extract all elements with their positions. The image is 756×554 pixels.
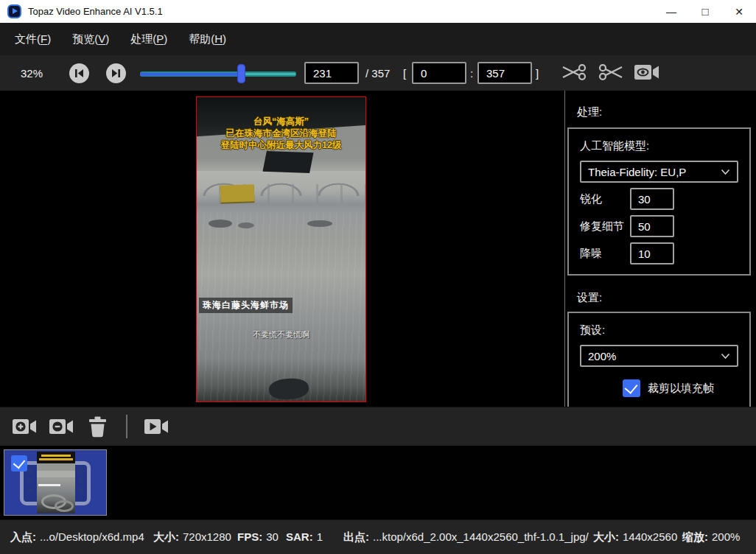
- current-frame-input[interactable]: [304, 62, 359, 84]
- statusbar: 入点:...o/Desktop/x6d.mp4 大小:720x1280 FPS:…: [0, 519, 756, 554]
- chevron-down-icon: [721, 169, 730, 175]
- menubar: 文件(F) 预览(V) 处理(P) 帮助(H): [0, 23, 756, 55]
- denoise-label: 降噪: [580, 247, 630, 261]
- preview-location-caption: 珠海白藤头海鲜市场: [199, 298, 293, 313]
- camera-minus-icon: [49, 416, 74, 437]
- bracket-open-label: [: [403, 67, 406, 80]
- main-area: 台风“海高斯” 已在珠海市金湾区沿海登陆 登陆时中心附近最大风力12级 珠海白藤…: [0, 91, 756, 407]
- titlebar: Topaz Video Enhance AI V1.5.1 — □ ✕: [0, 0, 756, 23]
- preview-car: [238, 222, 254, 228]
- video-preview: 台风“海高斯” 已在珠海市金湾区沿海登陆 登陆时中心附近最大风力12级 珠海白藤…: [196, 97, 366, 402]
- menu-process[interactable]: 处理(P): [126, 29, 172, 49]
- sharpen-row: 锐化: [580, 188, 738, 210]
- chevron-down-icon: [721, 353, 730, 360]
- remove-video-button[interactable]: [49, 416, 74, 437]
- toolbar-divider: [126, 415, 127, 438]
- trim-start-input[interactable]: [412, 62, 466, 84]
- menu-help[interactable]: 帮助(H): [184, 29, 231, 49]
- window-title: Topaz Video Enhance AI V1.5.1: [28, 6, 163, 17]
- trim-end-input[interactable]: [477, 62, 532, 84]
- crop-to-fill-label: 裁剪以填充帧: [648, 382, 714, 396]
- app-logo-icon: [7, 4, 21, 18]
- skip-end-icon: [111, 69, 121, 78]
- menu-file[interactable]: 文件(F): [10, 29, 55, 49]
- colon-label: :: [470, 67, 473, 80]
- status-output-path: 出点:...ktop/x6d_2.00x_1440x2560_thf-1.0.1…: [343, 530, 589, 544]
- caption-line: 已在珠海市金湾区沿海登陆: [197, 127, 365, 139]
- total-frames-label: / 357: [365, 67, 390, 80]
- skip-start-icon: [74, 69, 84, 78]
- slider-handle[interactable]: [237, 64, 245, 83]
- window-controls: — □ ✕: [654, 0, 756, 23]
- process-heading: 处理:: [577, 105, 602, 119]
- preview-wiper: [262, 151, 313, 173]
- settings-heading: 设置:: [577, 291, 602, 305]
- cut-left-icon: [561, 62, 587, 83]
- restore-detail-input[interactable]: [630, 215, 674, 237]
- trim-end-button[interactable]: [598, 62, 624, 83]
- video-thumbnail-tile[interactable]: [4, 449, 107, 516]
- slider-track-remaining: [242, 73, 295, 75]
- maximize-button[interactable]: □: [688, 0, 722, 23]
- preset-value: 200%: [588, 350, 616, 362]
- frame-slider[interactable]: [140, 64, 296, 83]
- trim-start-button[interactable]: [561, 62, 587, 83]
- playback-toolbar: 32% / 357 [ : ]: [0, 55, 756, 91]
- preview-original-button[interactable]: [634, 62, 659, 83]
- menu-preview[interactable]: 预览(V): [68, 29, 113, 49]
- crop-to-fill-checkbox[interactable]: [623, 379, 640, 397]
- preview-yellow-sign: [220, 184, 255, 203]
- video-thumbnail-image: [37, 452, 75, 513]
- sharpen-label: 锐化: [580, 192, 630, 206]
- preview-title-captions: 台风“海高斯” 已在珠海市金湾区沿海登陆 登陆时中心附近最大风力12级: [197, 116, 365, 151]
- status-output-size: 大小:1440x2560: [593, 530, 677, 544]
- status-fps: FPS:30: [237, 530, 279, 543]
- preset-label: 预设:: [580, 323, 738, 337]
- thumbnail-strip: [0, 446, 756, 519]
- process-video-button[interactable]: [144, 416, 169, 437]
- camera-play-icon: [144, 416, 169, 437]
- preview-sub-caption: 不要慌不要慌啊: [197, 329, 365, 340]
- close-button[interactable]: ✕: [722, 0, 756, 23]
- thumbnail-checkbox[interactable]: [11, 455, 27, 471]
- status-scale: 缩放:200%: [682, 530, 740, 544]
- skip-to-start-button[interactable]: [69, 63, 89, 83]
- ai-model-label: 人工智能模型:: [580, 139, 738, 153]
- clip-toolbar: [0, 407, 756, 446]
- denoise-input[interactable]: [630, 242, 674, 264]
- preview-car: [209, 220, 232, 228]
- delete-button[interactable]: [88, 416, 108, 438]
- settings-groupbox: 预设: 200% 裁剪以填充帧: [567, 312, 751, 407]
- status-sar: SAR:1: [286, 530, 323, 543]
- cut-right-icon: [598, 62, 624, 83]
- status-input-path: 入点:...o/Desktop/x6d.mp4: [10, 530, 144, 544]
- status-input-size: 大小:720x1280: [153, 530, 231, 544]
- add-video-button[interactable]: [13, 416, 37, 437]
- restore-detail-label: 修复细节: [580, 220, 630, 234]
- zoom-level-label: 32%: [21, 67, 43, 80]
- caption-line: 登陆时中心附近最大风力12级: [197, 139, 365, 151]
- trash-icon: [88, 416, 108, 438]
- preview-car: [307, 220, 332, 227]
- ai-model-dropdown[interactable]: Theia-Fidelity: EU,P: [580, 161, 738, 183]
- restore-detail-row: 修复细节: [580, 215, 738, 237]
- crop-to-fill-row: 裁剪以填充帧: [623, 379, 738, 397]
- ai-model-value: Theia-Fidelity: EU,P: [588, 166, 686, 178]
- process-groupbox: 人工智能模型: Theia-Fidelity: EU,P 锐化 修复细节 降噪: [567, 127, 751, 276]
- camera-plus-icon: [13, 416, 37, 437]
- skip-to-end-button[interactable]: [106, 63, 126, 83]
- bracket-close-label: ]: [536, 67, 539, 80]
- camera-eye-icon: [634, 62, 659, 83]
- minimize-button[interactable]: —: [654, 0, 688, 23]
- slider-track-progress: [140, 73, 241, 76]
- preset-dropdown[interactable]: 200%: [580, 345, 738, 367]
- panel-divider: [564, 91, 565, 407]
- caption-line: 台风“海高斯”: [197, 116, 365, 127]
- denoise-row: 降噪: [580, 242, 738, 264]
- sharpen-input[interactable]: [630, 188, 674, 210]
